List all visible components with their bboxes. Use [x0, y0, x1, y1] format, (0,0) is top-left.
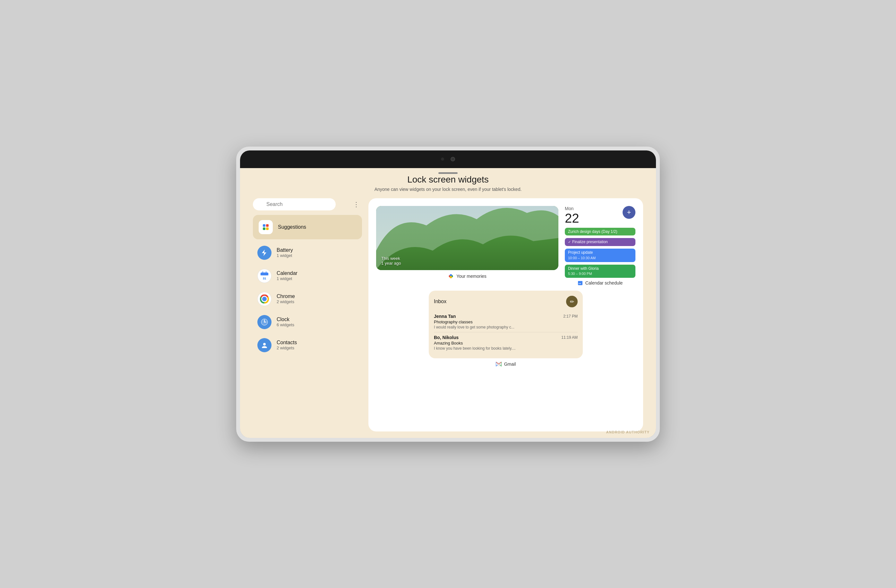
- gmail-icon: [496, 362, 501, 366]
- gmail-email-2: Bo, Nikolus 11:19 AM Amazing Books I kno…: [434, 332, 578, 353]
- page-title: Lock screen widgets: [253, 175, 643, 185]
- gmail-time-1: 2:17 PM: [563, 314, 578, 319]
- contacts-app-count: 2 widgets: [277, 345, 297, 350]
- calendar-event-4: Dinner with Gloria5:30 – 9:00 PM: [565, 264, 635, 278]
- chrome-app-info: Chrome 2 widgets: [277, 293, 295, 304]
- camera: [451, 157, 455, 161]
- gmail-subject-2: Amazing Books: [434, 341, 578, 345]
- suggestions-item[interactable]: Suggestions: [253, 215, 362, 239]
- svg-point-13: [263, 298, 266, 300]
- calendar-event-1: Zurich design days (Day 1/2): [565, 228, 635, 236]
- svg-rect-30: [578, 282, 582, 283]
- gmail-title: Inbox: [434, 299, 446, 304]
- contacts-app-icon: [258, 338, 271, 352]
- volume-button[interactable]: [236, 182, 237, 200]
- chrome-app-count: 2 widgets: [277, 299, 295, 304]
- more-options-button[interactable]: ⋮: [350, 199, 362, 210]
- gmail-email-1: Jenna Tan 2:17 PM Photography classes I …: [434, 311, 578, 332]
- calendar-app-count: 1 widget: [277, 276, 297, 281]
- svg-rect-1: [266, 224, 268, 227]
- calendar-widget[interactable]: Mon 22 + Zurich design days (Day 1/2) ✓ …: [565, 206, 635, 286]
- top-widgets-row: This week 1 year ago: [376, 206, 635, 286]
- app-item-calendar[interactable]: 31 Calendar 1 widget: [253, 265, 362, 287]
- svg-rect-2: [263, 228, 265, 230]
- google-photos-icon: [448, 273, 454, 279]
- page-header: Lock screen widgets Anyone can view widg…: [253, 175, 643, 192]
- svg-rect-31: [579, 283, 579, 284]
- tablet-screen: Lock screen widgets Anyone can view widg…: [240, 150, 656, 438]
- svg-text:31: 31: [263, 276, 267, 280]
- clock-app-info: Clock 6 widgets: [277, 317, 294, 327]
- battery-app-icon: [258, 246, 271, 260]
- memories-label: Your memories: [448, 273, 486, 279]
- app-item-contacts[interactable]: Contacts 2 widgets: [253, 334, 362, 356]
- calendar-app-icon: 31: [258, 269, 271, 283]
- suggestions-label: Suggestions: [278, 224, 306, 230]
- svg-point-21: [263, 343, 266, 345]
- app-item-battery[interactable]: Battery 1 widget: [253, 242, 362, 264]
- clock-app-name: Clock: [277, 317, 294, 322]
- sensor: [441, 158, 444, 161]
- memories-overlay: This week 1 year ago: [381, 256, 401, 266]
- contacts-app-info: Contacts 2 widgets: [277, 340, 297, 350]
- battery-app-info: Battery 1 widget: [277, 247, 293, 258]
- search-row: 🔍 ⋮: [253, 198, 362, 210]
- calendar-day: 22: [565, 211, 579, 225]
- gmail-preview-2: I know you have been looking for books l…: [434, 346, 556, 351]
- calendar-app-info: Calendar 1 widget: [277, 270, 297, 281]
- calendar-footer-label: Calendar schedule: [585, 280, 623, 286]
- gmail-widget-wrap: Inbox ✏ Jenna Tan 2:17 PM Photography cl…: [376, 291, 635, 367]
- calendar-event-2: ✓ Finalize presentation: [565, 238, 635, 246]
- watermark: Android Authority: [606, 430, 649, 434]
- calendar-footer: Calendar schedule: [565, 280, 635, 286]
- tablet-frame: Lock screen widgets Anyone can view widg…: [236, 147, 660, 442]
- main-layout: 🔍 ⋮: [253, 198, 643, 432]
- calendar-header: Mon 22 +: [565, 206, 635, 225]
- app-item-clock[interactable]: Clock 6 widgets: [253, 311, 362, 333]
- suggestions-icon: [259, 220, 273, 234]
- calendar-event-3: Project update10:00 – 10:30 AM: [565, 249, 635, 262]
- svg-point-26: [450, 274, 452, 276]
- top-bar: [240, 150, 656, 168]
- memories-widget[interactable]: This week 1 year ago: [376, 206, 558, 286]
- chrome-app-name: Chrome: [277, 293, 295, 299]
- gmail-sender-1: Jenna Tan: [434, 314, 456, 319]
- gmail-time-2: 11:19 AM: [561, 335, 578, 340]
- calendar-footer-icon: [578, 280, 583, 286]
- battery-app-name: Battery: [277, 247, 293, 253]
- right-panel: This week 1 year ago: [369, 198, 643, 432]
- search-wrapper: 🔍: [253, 198, 347, 210]
- battery-app-count: 1 widget: [277, 253, 293, 258]
- clock-app-icon: [258, 315, 271, 329]
- svg-rect-6: [261, 275, 268, 275]
- svg-point-27: [450, 276, 452, 278]
- svg-rect-3: [266, 228, 268, 230]
- gmail-preview-1: I would really love to get some photogra…: [434, 325, 556, 330]
- gmail-widget[interactable]: Inbox ✏ Jenna Tan 2:17 PM Photography cl…: [429, 291, 583, 358]
- chrome-app-icon: [258, 292, 271, 306]
- calendar-app-name: Calendar: [277, 270, 297, 276]
- calendar-add-button[interactable]: +: [623, 206, 635, 219]
- memories-week: This week: [381, 256, 401, 261]
- contacts-app-name: Contacts: [277, 340, 297, 345]
- gmail-footer: Gmail: [496, 362, 516, 367]
- app-item-chrome[interactable]: Chrome 2 widgets: [253, 288, 362, 310]
- power-button[interactable]: [659, 182, 660, 200]
- left-panel: 🔍 ⋮: [253, 198, 362, 432]
- gmail-edit-button[interactable]: ✏: [566, 296, 578, 307]
- gmail-header: Inbox ✏: [434, 296, 578, 307]
- search-input[interactable]: [253, 198, 336, 210]
- svg-rect-32: [580, 283, 581, 284]
- svg-rect-0: [263, 224, 265, 227]
- content-area: Lock screen widgets Anyone can view widg…: [240, 168, 656, 438]
- memories-footer-label: Your memories: [456, 273, 486, 279]
- drag-handle: [438, 172, 458, 174]
- calendar-date: Mon 22: [565, 206, 579, 225]
- page-subtitle: Anyone can view widgets on your lock scr…: [253, 187, 643, 192]
- memories-ago: 1 year ago: [381, 261, 401, 266]
- svg-point-19: [264, 321, 265, 322]
- calendar-month: Mon: [565, 206, 579, 211]
- memories-image: This week 1 year ago: [376, 206, 558, 270]
- gmail-subject-1: Photography classes: [434, 319, 578, 324]
- gmail-sender-2: Bo, Nikolus: [434, 335, 459, 340]
